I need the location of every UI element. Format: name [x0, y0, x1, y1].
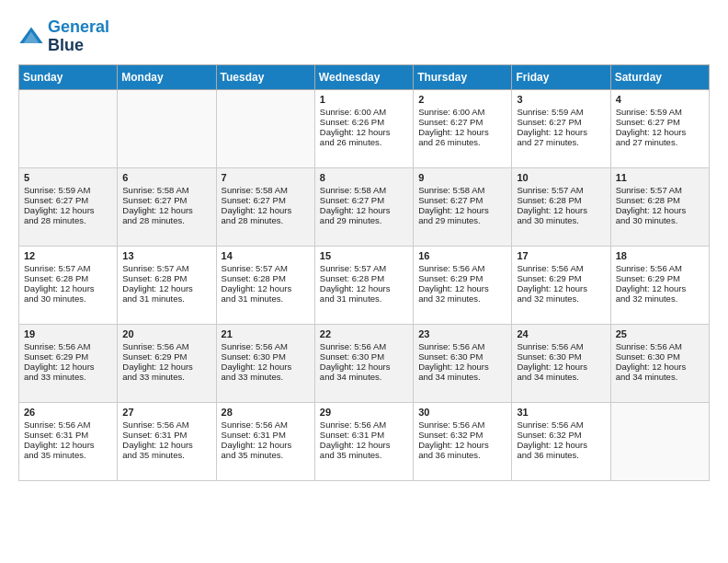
- calendar-cell: 6Sunrise: 5:58 AMSunset: 6:27 PMDaylight…: [118, 167, 216, 246]
- day-info-line: Sunrise: 5:57 AM: [320, 263, 408, 273]
- day-number: 29: [320, 407, 408, 418]
- day-info-line: Daylight: 12 hours: [320, 440, 408, 450]
- calendar-cell: 27Sunrise: 5:56 AMSunset: 6:31 PMDayligh…: [118, 402, 216, 480]
- day-info-line: and 27 minutes.: [517, 137, 605, 147]
- day-number: 13: [122, 250, 210, 261]
- day-info-line: and 30 minutes.: [616, 215, 704, 225]
- day-info-line: Sunset: 6:28 PM: [517, 195, 605, 205]
- day-info-line: Daylight: 12 hours: [616, 283, 704, 293]
- calendar-cell: 3Sunrise: 5:59 AMSunset: 6:27 PMDaylight…: [512, 89, 610, 167]
- calendar-cell: 10Sunrise: 5:57 AMSunset: 6:28 PMDayligh…: [512, 167, 610, 246]
- weekday-header-saturday: Saturday: [610, 64, 709, 89]
- calendar-cell: 18Sunrise: 5:56 AMSunset: 6:29 PMDayligh…: [610, 246, 709, 324]
- day-info-line: Sunset: 6:30 PM: [616, 351, 704, 362]
- day-info-line: Sunrise: 5:56 AM: [122, 341, 210, 351]
- day-info-line: and 35 minutes.: [320, 450, 408, 460]
- day-info-line: Sunrise: 5:57 AM: [616, 185, 704, 195]
- calendar-cell: 29Sunrise: 5:56 AMSunset: 6:31 PMDayligh…: [314, 402, 413, 480]
- day-info-line: and 33 minutes.: [122, 372, 210, 382]
- day-info-line: Daylight: 12 hours: [122, 440, 210, 450]
- day-info-line: Sunset: 6:31 PM: [24, 430, 112, 440]
- day-number: 10: [517, 172, 605, 183]
- calendar-cell: 28Sunrise: 5:56 AMSunset: 6:31 PMDayligh…: [216, 402, 314, 480]
- day-info-line: Sunrise: 6:00 AM: [418, 107, 506, 117]
- day-info-line: Sunset: 6:28 PM: [320, 273, 408, 283]
- day-info-line: Daylight: 12 hours: [517, 205, 605, 215]
- day-info-line: Sunrise: 5:59 AM: [616, 107, 704, 117]
- day-info-line: Daylight: 12 hours: [418, 205, 506, 215]
- day-info-line: Daylight: 12 hours: [418, 127, 506, 137]
- day-info-line: and 31 minutes.: [222, 293, 310, 304]
- day-number: 18: [616, 250, 704, 261]
- day-info-line: and 28 minutes.: [24, 215, 112, 225]
- day-info-line: Sunset: 6:27 PM: [222, 195, 310, 205]
- calendar-cell: 31Sunrise: 5:56 AMSunset: 6:32 PMDayligh…: [512, 402, 610, 480]
- weekday-header-thursday: Thursday: [414, 64, 512, 89]
- day-info-line: Sunrise: 5:57 AM: [517, 185, 605, 195]
- day-info-line: Sunset: 6:28 PM: [122, 273, 210, 283]
- day-info-line: Sunrise: 5:57 AM: [222, 263, 310, 273]
- calendar-cell: 26Sunrise: 5:56 AMSunset: 6:31 PMDayligh…: [19, 402, 118, 480]
- calendar-cell: 8Sunrise: 5:58 AMSunset: 6:27 PMDaylight…: [314, 167, 413, 246]
- weekday-header-friday: Friday: [512, 64, 610, 89]
- day-info-line: Daylight: 12 hours: [418, 283, 506, 293]
- day-info-line: Sunset: 6:32 PM: [517, 430, 605, 440]
- day-info-line: Sunrise: 5:58 AM: [222, 185, 310, 195]
- day-info-line: and 27 minutes.: [616, 137, 704, 147]
- day-info-line: Daylight: 12 hours: [222, 440, 310, 450]
- day-info-line: Sunrise: 5:56 AM: [122, 419, 210, 430]
- logo-text: General Blue: [48, 18, 109, 55]
- day-info-line: Sunset: 6:27 PM: [616, 117, 704, 127]
- day-info-line: Sunset: 6:27 PM: [418, 117, 506, 127]
- calendar-cell: 11Sunrise: 5:57 AMSunset: 6:28 PMDayligh…: [610, 167, 709, 246]
- calendar-cell: 12Sunrise: 5:57 AMSunset: 6:28 PMDayligh…: [19, 246, 118, 324]
- day-info-line: Sunset: 6:27 PM: [24, 195, 112, 205]
- day-info-line: Sunset: 6:26 PM: [320, 117, 408, 127]
- day-info-line: Sunset: 6:27 PM: [122, 195, 210, 205]
- day-info-line: Daylight: 12 hours: [222, 205, 310, 215]
- day-info-line: and 28 minutes.: [122, 215, 210, 225]
- weekday-header-wednesday: Wednesday: [314, 64, 413, 89]
- day-info-line: Daylight: 12 hours: [320, 127, 408, 137]
- calendar-cell: 1Sunrise: 6:00 AMSunset: 6:26 PMDaylight…: [314, 89, 413, 167]
- day-info-line: and 30 minutes.: [24, 293, 112, 304]
- day-info-line: and 29 minutes.: [418, 215, 506, 225]
- day-number: 7: [222, 172, 310, 183]
- day-info-line: and 32 minutes.: [517, 293, 605, 304]
- day-number: 30: [418, 407, 506, 418]
- day-info-line: Daylight: 12 hours: [24, 283, 112, 293]
- calendar-cell: 25Sunrise: 5:56 AMSunset: 6:30 PMDayligh…: [610, 324, 709, 402]
- calendar-cell: 19Sunrise: 5:56 AMSunset: 6:29 PMDayligh…: [19, 324, 118, 402]
- day-info-line: Sunrise: 5:56 AM: [24, 419, 112, 430]
- day-info-line: and 35 minutes.: [222, 450, 310, 460]
- day-number: 15: [320, 250, 408, 261]
- day-number: 12: [24, 250, 112, 261]
- calendar-week-2: 5Sunrise: 5:59 AMSunset: 6:27 PMDaylight…: [19, 167, 710, 246]
- day-info-line: Sunset: 6:28 PM: [222, 273, 310, 283]
- day-info-line: Daylight: 12 hours: [616, 205, 704, 215]
- day-info-line: Sunset: 6:31 PM: [320, 430, 408, 440]
- day-info-line: Daylight: 12 hours: [320, 283, 408, 293]
- day-info-line: Daylight: 12 hours: [24, 362, 112, 372]
- day-number: 11: [616, 172, 704, 183]
- calendar-table: SundayMondayTuesdayWednesdayThursdayFrid…: [18, 64, 710, 481]
- calendar-week-5: 26Sunrise: 5:56 AMSunset: 6:31 PMDayligh…: [19, 402, 710, 480]
- calendar-cell: 7Sunrise: 5:58 AMSunset: 6:27 PMDaylight…: [216, 167, 314, 246]
- day-info-line: Daylight: 12 hours: [517, 127, 605, 137]
- day-info-line: and 36 minutes.: [517, 450, 605, 460]
- calendar-cell: 22Sunrise: 5:56 AMSunset: 6:30 PMDayligh…: [314, 324, 413, 402]
- calendar-cell: 13Sunrise: 5:57 AMSunset: 6:28 PMDayligh…: [118, 246, 216, 324]
- day-info-line: Daylight: 12 hours: [320, 362, 408, 372]
- day-info-line: Sunrise: 5:56 AM: [418, 263, 506, 273]
- day-info-line: Daylight: 12 hours: [122, 362, 210, 372]
- day-info-line: and 34 minutes.: [418, 372, 506, 382]
- calendar-week-4: 19Sunrise: 5:56 AMSunset: 6:29 PMDayligh…: [19, 324, 710, 402]
- calendar-cell: [19, 89, 118, 167]
- day-number: 2: [418, 94, 506, 105]
- day-info-line: Daylight: 12 hours: [616, 362, 704, 372]
- day-info-line: Sunrise: 5:56 AM: [616, 263, 704, 273]
- calendar-cell: 16Sunrise: 5:56 AMSunset: 6:29 PMDayligh…: [414, 246, 512, 324]
- calendar-week-3: 12Sunrise: 5:57 AMSunset: 6:28 PMDayligh…: [19, 246, 710, 324]
- day-info-line: Sunset: 6:30 PM: [517, 351, 605, 362]
- calendar-cell: 20Sunrise: 5:56 AMSunset: 6:29 PMDayligh…: [118, 324, 216, 402]
